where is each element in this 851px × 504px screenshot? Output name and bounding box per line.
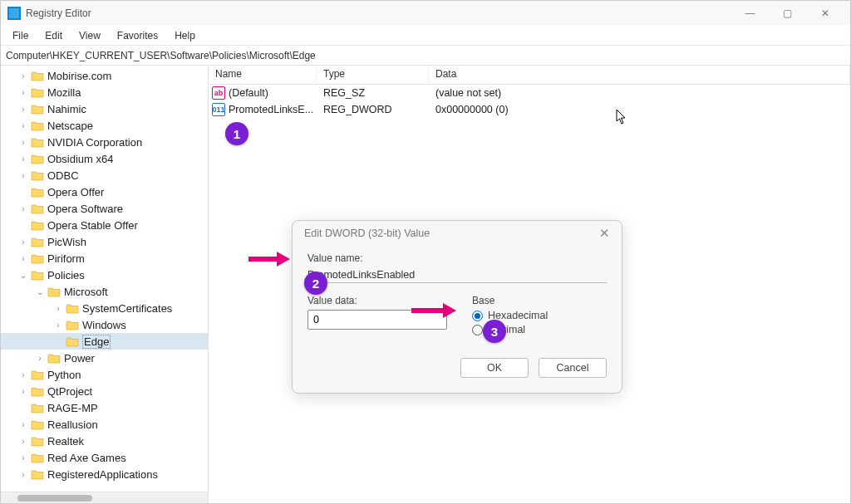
chevron-right-icon[interactable]: › — [17, 435, 29, 447]
folder-icon — [31, 170, 44, 181]
chevron-right-icon[interactable]: › — [17, 203, 29, 214]
mouse-cursor-icon — [616, 109, 627, 125]
tree-item-opera-software[interactable]: ›Opera Software — [1, 200, 208, 217]
tree-label: Windows — [82, 319, 126, 331]
scrollbar-thumb[interactable] — [17, 495, 92, 502]
chevron-down-icon[interactable]: ⌄ — [34, 286, 46, 297]
tree-label: Opera Stable Offer — [47, 219, 138, 232]
tree-pane[interactable]: ›Mobirise.com›Mozilla›Nahimic›Netscape›N… — [1, 66, 209, 503]
value-row[interactable]: ab(Default)REG_SZ(value not set) — [209, 85, 850, 101]
window-title: Registry Editor — [26, 7, 731, 19]
tree-item-obsidium-x64[interactable]: ›Obsidium x64 — [1, 150, 208, 167]
folder-icon — [47, 353, 61, 364]
regedit-icon — [7, 7, 21, 20]
horizontal-scrollbar[interactable] — [1, 492, 208, 503]
tree-item-picwish[interactable]: ›PicWish — [1, 233, 208, 250]
tree-item-red-axe-games[interactable]: ›Red Axe Games — [1, 449, 208, 466]
tree-item-odbc[interactable]: ›ODBC — [1, 167, 208, 183]
dialog-titlebar[interactable]: Edit DWORD (32-bit) Value ✕ — [293, 221, 622, 246]
chevron-right-icon[interactable]: › — [17, 136, 29, 148]
chevron-right-icon[interactable]: › — [17, 86, 29, 98]
base-label: Base — [472, 295, 607, 306]
menu-view[interactable]: View — [71, 28, 109, 43]
tree-item-realtek[interactable]: ›Realtek — [1, 433, 208, 449]
tree-item-opera-offer[interactable]: ›Opera Offer — [1, 183, 208, 200]
maximize-button[interactable]: ▢ — [769, 1, 806, 26]
tree-label: PicWish — [47, 236, 86, 248]
header-data[interactable]: Data — [429, 66, 850, 84]
value-data: 0x00000000 (0) — [429, 104, 850, 115]
tree-item-rage-mp[interactable]: ›RAGE-MP — [1, 399, 208, 416]
chevron-down-icon[interactable]: ⌄ — [17, 269, 29, 281]
folder-icon — [31, 469, 44, 480]
menu-favorites[interactable]: Favorites — [109, 28, 166, 43]
menu-file[interactable]: File — [4, 28, 37, 43]
folder-icon — [31, 187, 44, 198]
chevron-right-icon[interactable]: › — [17, 103, 29, 115]
folder-icon — [31, 436, 44, 447]
chevron-right-icon[interactable]: › — [17, 468, 29, 480]
tree-item-netscape[interactable]: ›Netscape — [1, 117, 208, 134]
ok-button[interactable]: OK — [460, 358, 529, 378]
folder-icon — [31, 419, 44, 430]
tree-label: ODBC — [47, 169, 79, 182]
folder-icon — [31, 87, 44, 98]
folder-icon — [31, 220, 44, 231]
registry-editor-window: Registry Editor — ▢ ✕ File Edit View Fav… — [0, 0, 851, 504]
chevron-right-icon[interactable]: › — [17, 236, 29, 247]
cancel-button[interactable]: Cancel — [539, 358, 607, 378]
chevron-right-icon[interactable]: › — [17, 452, 29, 463]
folder-icon — [66, 336, 79, 347]
tree-label: Netscape — [47, 120, 93, 132]
tree-item-nahimic[interactable]: ›Nahimic — [1, 100, 208, 117]
folder-icon — [31, 386, 44, 397]
menu-edit[interactable]: Edit — [37, 28, 71, 43]
chevron-right-icon[interactable]: › — [17, 385, 29, 397]
chevron-right-icon[interactable]: › — [17, 70, 29, 81]
chevron-right-icon[interactable]: › — [17, 369, 29, 380]
tree-item-opera-stable-offer[interactable]: ›Opera Stable Offer — [1, 217, 208, 233]
radio-icon — [472, 311, 483, 321]
value-name-field[interactable] — [307, 267, 607, 283]
header-type[interactable]: Type — [317, 66, 429, 84]
menu-help[interactable]: Help — [166, 28, 204, 43]
registry-tree: ›Mobirise.com›Mozilla›Nahimic›Netscape›N… — [1, 66, 208, 484]
chevron-right-icon[interactable]: › — [17, 169, 29, 181]
folder-icon — [31, 154, 44, 164]
chevron-right-icon[interactable]: › — [52, 302, 64, 314]
tree-item-power[interactable]: ›Power — [1, 350, 208, 366]
chevron-right-icon[interactable]: › — [17, 120, 29, 131]
chevron-right-icon[interactable]: › — [34, 352, 46, 364]
tree-item-reallusion[interactable]: ›Reallusion — [1, 416, 208, 433]
chevron-right-icon[interactable]: › — [17, 252, 29, 264]
header-name[interactable]: Name — [209, 66, 317, 84]
list-header: Name Type Data — [209, 66, 850, 85]
tree-label: Mobirise.com — [47, 70, 111, 82]
value-row[interactable]: 011PromotedLinksE...REG_DWORD0x00000000 … — [209, 101, 850, 118]
tree-item-piriform[interactable]: ›Piriform — [1, 250, 208, 267]
tree-item-nvidia-corporation[interactable]: ›NVIDIA Corporation — [1, 134, 208, 150]
titlebar[interactable]: Registry Editor — ▢ ✕ — [1, 1, 850, 26]
tree-item-microsoft[interactable]: ⌄Microsoft — [1, 283, 208, 300]
tree-item-systemcertificates[interactable]: ›SystemCertificates — [1, 300, 208, 316]
tree-item-windows[interactable]: ›Windows — [1, 316, 208, 333]
chevron-right-icon[interactable]: › — [17, 153, 29, 164]
tree-item-mobirise-com[interactable]: ›Mobirise.com — [1, 67, 208, 84]
minimize-button[interactable]: — — [731, 1, 769, 26]
dialog-close-icon[interactable]: ✕ — [599, 226, 610, 241]
tree-item-mozilla[interactable]: ›Mozilla — [1, 84, 208, 100]
tree-item-policies[interactable]: ⌄Policies — [1, 267, 208, 283]
chevron-right-icon[interactable]: › — [52, 319, 64, 330]
folder-icon — [66, 320, 79, 330]
chevron-right-icon[interactable]: › — [17, 418, 29, 430]
tree-item-registeredapplications[interactable]: ›RegisteredApplications — [1, 466, 208, 482]
tree-item-edge[interactable]: ›Edge — [1, 333, 208, 350]
folder-icon — [31, 71, 44, 81]
address-bar[interactable]: Computer\HKEY_CURRENT_USER\Software\Poli… — [1, 46, 850, 66]
tree-label: Opera Software — [47, 203, 123, 215]
list-body: ab(Default)REG_SZ(value not set)011Promo… — [209, 85, 850, 118]
tree-label: NVIDIA Corporation — [47, 136, 142, 149]
tree-item-python[interactable]: ›Python — [1, 366, 208, 383]
tree-item-qtproject[interactable]: ›QtProject — [1, 383, 208, 399]
close-button[interactable]: ✕ — [806, 1, 844, 26]
